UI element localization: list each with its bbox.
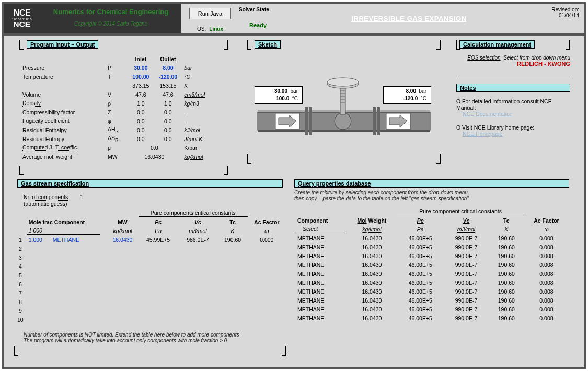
component-select[interactable]: Select [295, 225, 347, 233]
note-2: O Visit NCE Library home page: [456, 124, 570, 131]
query-header: Query properties database [294, 179, 569, 188]
note-1: O For detailed information consult NCE M… [456, 98, 570, 111]
sketch-diagram: 30.00 bar 100.0 °C 8.00 bar -120.0 °C [247, 50, 441, 149]
sketch-header: Sketch [255, 40, 281, 49]
io-table: InletOutlet PressureP30.008.00barTempera… [19, 54, 218, 161]
gas-header: Gas stream specification [17, 179, 283, 188]
svg-rect-2 [258, 130, 430, 132]
page-title: IRREVERSIBLE GAS EXPANSION [291, 4, 527, 33]
svg-rect-4 [309, 107, 312, 135]
os-info: OS:Linux [197, 26, 223, 32]
svg-rect-5 [373, 107, 376, 135]
eos-value[interactable]: REDLICH - KWONG [456, 61, 570, 67]
svg-rect-6 [377, 107, 380, 135]
revised-date: Revised on:01/04/14 [527, 4, 584, 33]
gas-table: Pure components critical constants Mole … [14, 208, 286, 324]
solver-state: Solver State Ready [239, 4, 291, 33]
copyright: Copyright © 2014 Carlo Tegano [40, 21, 181, 27]
svg-point-15 [327, 78, 359, 86]
header: NCE1010101010NCE Numerics for Chemical E… [4, 4, 584, 36]
svg-rect-8 [340, 87, 345, 114]
svg-point-7 [335, 113, 351, 130]
run-java-button[interactable]: Run Java [189, 8, 231, 19]
nr-components-value: 1 [80, 194, 84, 200]
nr-components-label: Nr. of components [24, 194, 68, 201]
calc-header: Calculation management [459, 40, 535, 49]
query-table: Pure component critical constants Compon… [294, 206, 569, 323]
notes-header: Notes [456, 84, 570, 92]
logo: NCE1010101010NCE [4, 4, 40, 33]
doc-link[interactable]: NCE Documentation [463, 111, 513, 117]
brand: Numerics for Chemical Engineering Copyri… [40, 4, 181, 33]
inlet-conditions: 30.00 bar 100.0 °C [255, 86, 303, 104]
svg-rect-3 [305, 107, 308, 135]
eos-dropdown[interactable] [456, 68, 570, 76]
io-header: Program Input – Output [27, 40, 98, 49]
outlet-conditions: 8.00 bar -120.0 °C [383, 86, 431, 104]
home-link[interactable]: NCE Homepage [463, 131, 502, 137]
